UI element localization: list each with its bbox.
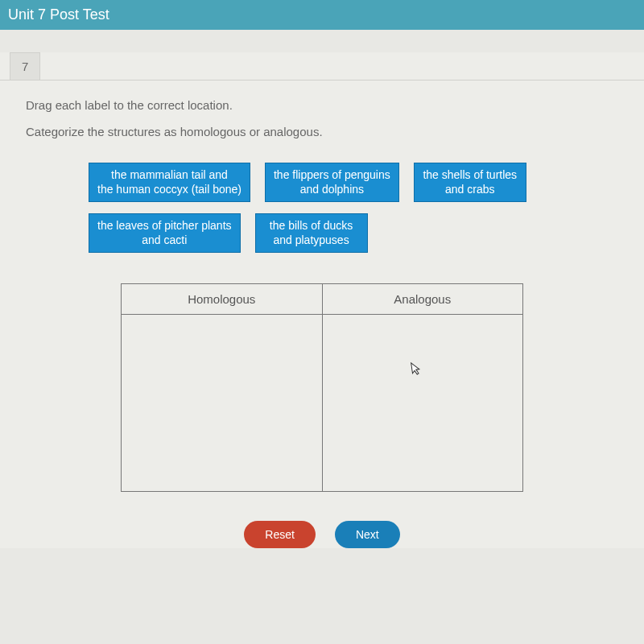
- action-buttons: Reset Next: [0, 521, 644, 548]
- column-header-analogous: Analogous: [322, 284, 523, 315]
- question-number-tab[interactable]: 7: [10, 52, 40, 80]
- column-header-homologous: Homologous: [122, 284, 323, 315]
- drag-label[interactable]: the flippers of penguins and dolphins: [265, 163, 399, 202]
- drag-instruction: Drag each label to the correct location.: [0, 80, 644, 118]
- page-header: Unit 7 Post Test: [0, 0, 644, 30]
- drag-label[interactable]: the bills of ducks and platypuses: [255, 213, 368, 253]
- header-title: Unit 7 Post Test: [8, 6, 109, 23]
- drop-zone-homologous[interactable]: [122, 315, 323, 492]
- draggable-labels-container: the mammalian tail and the human coccyx …: [0, 155, 644, 261]
- categorization-table-wrap: Homologous Analogous: [0, 283, 644, 492]
- drag-label[interactable]: the mammalian tail and the human coccyx …: [89, 163, 250, 202]
- drag-label[interactable]: the leaves of pitcher plants and cacti: [89, 213, 241, 253]
- drop-zone-analogous[interactable]: [322, 315, 523, 492]
- cursor-icon: [410, 361, 423, 380]
- content-area: 7 Drag each label to the correct locatio…: [0, 52, 644, 548]
- drag-label[interactable]: the shells of turtles and crabs: [414, 163, 526, 202]
- next-button[interactable]: Next: [335, 521, 400, 548]
- question-number-bar: 7: [0, 52, 644, 80]
- categorization-table: Homologous Analogous: [121, 283, 523, 492]
- question-prompt: Categorize the structures as homologous …: [0, 118, 644, 155]
- reset-button[interactable]: Reset: [244, 521, 316, 548]
